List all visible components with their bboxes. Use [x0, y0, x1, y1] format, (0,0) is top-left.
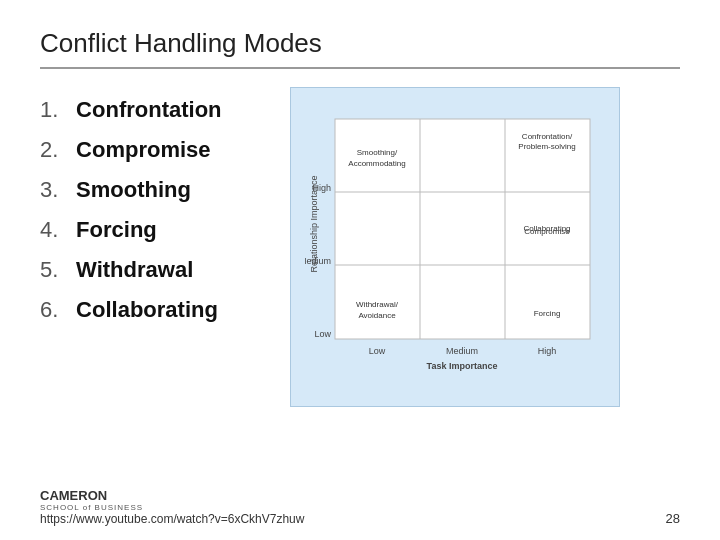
list-label: Smoothing — [70, 177, 191, 203]
footer-logo: CAMERON SCHOOL of BUSINESS https://www.y… — [40, 488, 304, 526]
slide: Conflict Handling Modes 1. Confrontation… — [0, 0, 720, 540]
footer: CAMERON SCHOOL of BUSINESS https://www.y… — [40, 488, 680, 526]
chart-container: Relationship Importance Low Medium High … — [290, 87, 620, 407]
list-label: Confrontation — [70, 97, 222, 123]
list-number: 1. — [40, 97, 70, 123]
svg-text:Withdrawal/: Withdrawal/ — [356, 300, 399, 309]
list-label: Compromise — [70, 137, 211, 163]
footer-link[interactable]: https://www.youtube.com/watch?v=6xCkhV7z… — [40, 512, 304, 526]
svg-text:Medium: Medium — [446, 346, 478, 356]
logo-text: CAMERON — [40, 488, 107, 503]
svg-text:Task Importance: Task Importance — [427, 361, 498, 371]
list-label: Withdrawal — [70, 257, 193, 283]
svg-text:Problem-solving: Problem-solving — [518, 142, 575, 151]
list-label: Forcing — [70, 217, 157, 243]
page-title: Conflict Handling Modes — [40, 28, 680, 59]
list-item: 2. Compromise — [40, 137, 260, 163]
logo-sub: SCHOOL of BUSINESS — [40, 503, 143, 512]
list-number: 3. — [40, 177, 70, 203]
chart-area: Relationship Importance Low Medium High … — [290, 87, 680, 407]
svg-text:Low: Low — [369, 346, 386, 356]
title-area: Conflict Handling Modes — [40, 28, 680, 69]
list-number: 4. — [40, 217, 70, 243]
list-item: 3. Smoothing — [40, 177, 260, 203]
svg-text:Smoothing/: Smoothing/ — [357, 148, 398, 157]
svg-text:Accommodating: Accommodating — [348, 159, 405, 168]
list-item: 1. Confrontation — [40, 97, 260, 123]
svg-text:High: High — [538, 346, 557, 356]
list-item: 4. Forcing — [40, 217, 260, 243]
list-item: 6. Collaborating — [40, 297, 260, 323]
list-number: 5. — [40, 257, 70, 283]
list-area: 1. Confrontation2. Compromise3. Smoothin… — [40, 87, 260, 337]
svg-text:Medium: Medium — [305, 256, 331, 266]
list-number: 6. — [40, 297, 70, 323]
list-number: 2. — [40, 137, 70, 163]
list-label: Collaborating — [70, 297, 218, 323]
svg-text:Low: Low — [314, 329, 331, 339]
svg-text:Confrontation/: Confrontation/ — [522, 132, 573, 141]
svg-text:Collaborating: Collaborating — [523, 224, 570, 233]
svg-text:Avoidance: Avoidance — [358, 311, 396, 320]
page-number: 28 — [666, 511, 680, 526]
list-item: 5. Withdrawal — [40, 257, 260, 283]
svg-text:Forcing: Forcing — [534, 309, 561, 318]
chart-svg: Relationship Importance Low Medium High … — [305, 102, 605, 396]
svg-text:High: High — [312, 183, 331, 193]
content-area: 1. Confrontation2. Compromise3. Smoothin… — [40, 87, 680, 407]
